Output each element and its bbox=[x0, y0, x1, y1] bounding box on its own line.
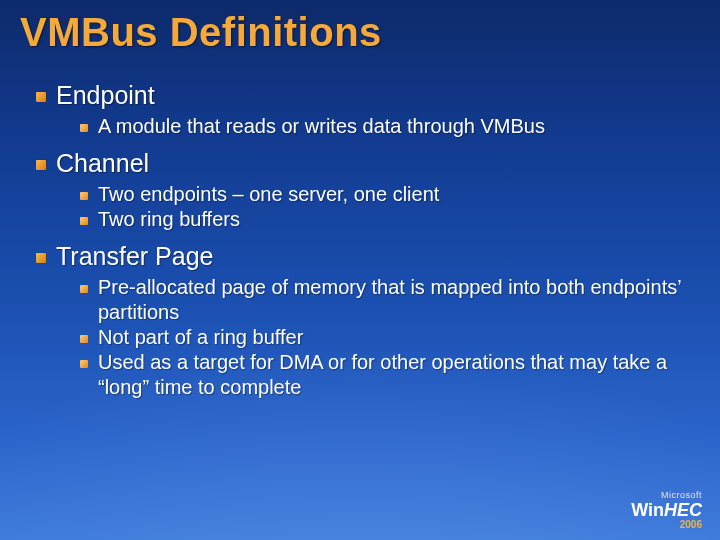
bullet-icon bbox=[80, 335, 88, 343]
sub-item-text: Two endpoints – one server, one client bbox=[98, 182, 439, 207]
sub-item-text: Not part of a ring buffer bbox=[98, 325, 303, 350]
bullet-icon bbox=[80, 192, 88, 200]
logo-year: 2006 bbox=[631, 520, 702, 530]
bullet-icon bbox=[80, 217, 88, 225]
sub-list: A module that reads or writes data throu… bbox=[36, 114, 690, 139]
item-label: Channel bbox=[56, 149, 149, 178]
sub-item-text: Two ring buffers bbox=[98, 207, 240, 232]
list-item: Used as a target for DMA or for other op… bbox=[80, 350, 690, 400]
footer-logo: Microsoft WinHEC 2006 bbox=[631, 491, 702, 530]
list-item: Endpoint A module that reads or writes d… bbox=[36, 81, 690, 139]
list-item: Two ring buffers bbox=[80, 207, 690, 232]
bullet-icon bbox=[36, 92, 46, 102]
content-list: Endpoint A module that reads or writes d… bbox=[20, 81, 690, 400]
list-item: Two endpoints – one server, one client bbox=[80, 182, 690, 207]
list-item: A module that reads or writes data throu… bbox=[80, 114, 690, 139]
logo-part-a: Win bbox=[631, 500, 664, 520]
bullet-icon bbox=[80, 285, 88, 293]
bullet-icon bbox=[36, 160, 46, 170]
sub-item-text: Pre-allocated page of memory that is map… bbox=[98, 275, 690, 325]
bullet-icon bbox=[80, 360, 88, 368]
bullet-icon bbox=[80, 124, 88, 132]
logo-brand-top: Microsoft bbox=[631, 491, 702, 500]
sub-list: Two endpoints – one server, one client T… bbox=[36, 182, 690, 232]
item-label: Transfer Page bbox=[56, 242, 213, 271]
sub-list: Pre-allocated page of memory that is map… bbox=[36, 275, 690, 400]
list-item: Channel Two endpoints – one server, one … bbox=[36, 149, 690, 232]
sub-item-text: Used as a target for DMA or for other op… bbox=[98, 350, 690, 400]
list-item: Transfer Page Pre-allocated page of memo… bbox=[36, 242, 690, 400]
item-label: Endpoint bbox=[56, 81, 155, 110]
sub-item-text: A module that reads or writes data throu… bbox=[98, 114, 545, 139]
bullet-icon bbox=[36, 253, 46, 263]
logo-part-b: HEC bbox=[664, 500, 702, 520]
logo-brand-main: WinHEC bbox=[631, 501, 702, 519]
slide: VMBus Definitions Endpoint A module that… bbox=[0, 0, 720, 540]
list-item: Not part of a ring buffer bbox=[80, 325, 690, 350]
list-item: Pre-allocated page of memory that is map… bbox=[80, 275, 690, 325]
slide-title: VMBus Definitions bbox=[20, 10, 690, 55]
